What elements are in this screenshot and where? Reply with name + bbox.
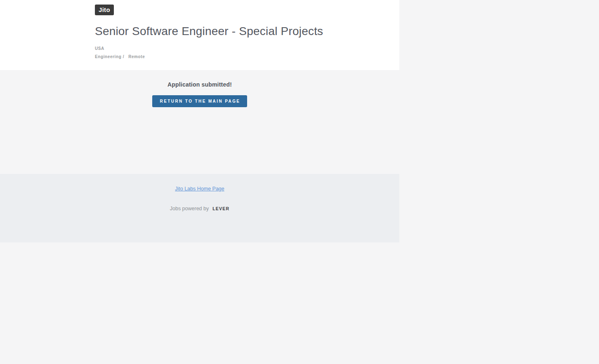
- company-home-page-link[interactable]: Jito Labs Home Page: [175, 186, 224, 192]
- job-team: Engineering /: [95, 54, 124, 59]
- application-submitted-message: Application submitted!: [0, 70, 399, 88]
- powered-by-row: Jobs powered byLEVER: [0, 206, 399, 211]
- job-commitment: Remote: [128, 54, 145, 59]
- job-header-inner: Jito Senior Software Engineer - Special …: [95, 0, 304, 59]
- content-column: Jito Senior Software Engineer - Special …: [0, 0, 399, 242]
- powered-by-label: Jobs powered by: [170, 206, 209, 211]
- job-categories: Engineering /Remote: [95, 54, 304, 59]
- lever-logo[interactable]: LEVER: [212, 206, 229, 211]
- page-footer: Jito Labs Home Page Jobs powered byLEVER: [0, 174, 399, 242]
- return-to-main-page-button[interactable]: RETURN TO THE MAIN PAGE: [152, 95, 248, 107]
- job-title: Senior Software Engineer - Special Proje…: [95, 25, 304, 38]
- job-header: Jito Senior Software Engineer - Special …: [0, 0, 399, 70]
- confirmation-section: Application submitted! RETURN TO THE MAI…: [0, 70, 399, 174]
- company-logo[interactable]: Jito: [95, 5, 114, 15]
- job-location: USA: [95, 46, 304, 51]
